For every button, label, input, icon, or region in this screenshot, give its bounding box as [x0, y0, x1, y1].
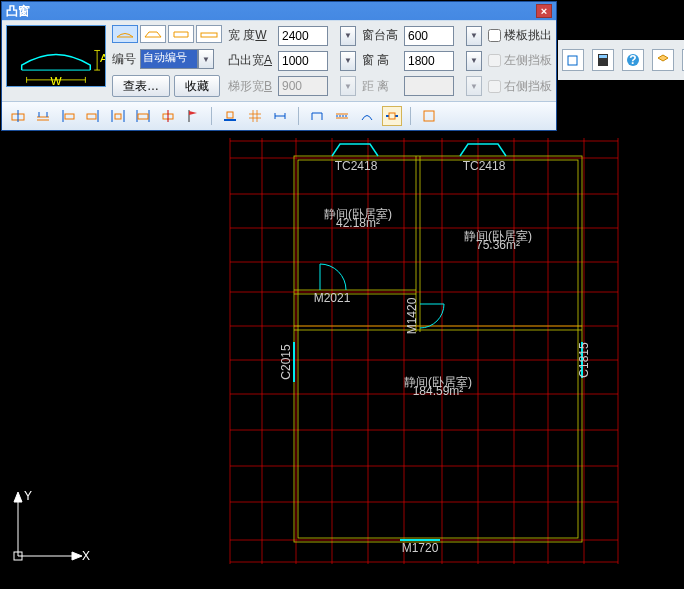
wall-center-icon[interactable] — [332, 106, 352, 126]
svg-text:42.18m²: 42.18m² — [336, 216, 380, 230]
prev-icon[interactable] — [419, 106, 439, 126]
shape-trapezoid-button[interactable] — [140, 25, 166, 43]
place-center-icon[interactable] — [108, 106, 128, 126]
dimension-icon[interactable] — [270, 106, 290, 126]
bulge-dropdown-icon[interactable]: ▼ — [340, 51, 356, 71]
svg-text:M2021: M2021 — [314, 291, 351, 305]
sill-input[interactable] — [404, 26, 454, 46]
tool-calc-icon[interactable] — [592, 49, 614, 71]
svg-text:M1420: M1420 — [405, 297, 419, 334]
wall-opening-icon[interactable] — [382, 106, 402, 126]
dist-dropdown-icon: ▼ — [466, 76, 482, 96]
svg-rect-17 — [87, 114, 96, 119]
svg-text:X: X — [82, 549, 90, 563]
svg-text:C1815: C1815 — [577, 342, 591, 378]
tool-help-icon[interactable]: ? — [622, 49, 644, 71]
flag-icon[interactable] — [183, 106, 203, 126]
svg-rect-38 — [424, 111, 434, 121]
app-toolbar: ? — [558, 40, 684, 80]
width-input[interactable] — [278, 26, 328, 46]
place-fill-icon[interactable] — [133, 106, 153, 126]
sill-dropdown-icon[interactable]: ▼ — [466, 26, 482, 46]
shape-rect-button[interactable] — [168, 25, 194, 43]
svg-rect-0 — [568, 56, 577, 65]
drawing-canvas[interactable]: TC2418 TC2418 静间(卧居室)42.18m² 静间(卧居室)75.3… — [0, 126, 684, 586]
wall-arc-icon[interactable] — [357, 106, 377, 126]
numbering-select[interactable]: 自动编号 — [140, 49, 198, 69]
svg-text:184.59m²: 184.59m² — [413, 384, 464, 398]
shape-arc-button[interactable] — [112, 25, 138, 43]
wall-outer-icon[interactable] — [307, 106, 327, 126]
width-dropdown-icon[interactable]: ▼ — [340, 26, 356, 46]
svg-rect-15 — [65, 114, 74, 119]
place-any-icon[interactable] — [158, 106, 178, 126]
placement-toolbar — [2, 101, 556, 130]
close-icon[interactable]: × — [536, 4, 552, 18]
winh-label: 窗 高 — [362, 52, 398, 69]
slab-checkbox[interactable]: 楼板挑出 — [488, 27, 552, 44]
svg-text:75.36m²: 75.36m² — [476, 238, 520, 252]
bulge-label: 凸出宽A — [228, 52, 272, 69]
place-left-icon[interactable] — [58, 106, 78, 126]
svg-rect-11 — [201, 33, 217, 37]
shape-preview: W A — [6, 25, 106, 87]
lookup-button[interactable]: 查表… — [112, 75, 170, 97]
svg-text:W: W — [50, 74, 62, 87]
tool-layers-icon[interactable] — [652, 49, 674, 71]
dist-label: 距 离 — [362, 78, 398, 95]
favorite-button[interactable]: 收藏 — [174, 75, 220, 97]
bay-window-dialog: 凸窗 × W A 编号 自动编 — [1, 1, 557, 131]
winh-input[interactable] — [404, 51, 454, 71]
baseline-bottom-icon[interactable] — [220, 106, 240, 126]
svg-text:M1720: M1720 — [402, 541, 439, 555]
shape-flat-button[interactable] — [196, 25, 222, 43]
svg-text:A: A — [100, 51, 105, 64]
svg-text:C2015: C2015 — [279, 344, 293, 380]
trap-input — [278, 76, 328, 96]
trap-label: 梯形宽B — [228, 78, 272, 95]
svg-rect-28 — [227, 112, 233, 118]
svg-rect-2 — [599, 55, 607, 58]
place-right-icon[interactable] — [83, 106, 103, 126]
dialog-title: 凸窗 — [6, 3, 30, 20]
baseline-grid-icon[interactable] — [245, 106, 265, 126]
dialog-titlebar[interactable]: 凸窗 × — [2, 2, 556, 20]
place-free-icon[interactable] — [8, 106, 28, 126]
bulge-input[interactable] — [278, 51, 328, 71]
svg-text:TC2418: TC2418 — [463, 159, 506, 173]
numbering-label: 编号 — [112, 51, 136, 68]
svg-rect-23 — [138, 114, 148, 119]
winh-dropdown-icon[interactable]: ▼ — [466, 51, 482, 71]
shape-selector — [112, 25, 222, 43]
svg-text:TC2418: TC2418 — [335, 159, 378, 173]
parameters-grid: 宽 度W ▼ 窗台高 ▼ 楼板挑出 凸出宽A ▼ 窗 高 ▼ 左侧挡板 梯形宽B… — [228, 25, 552, 97]
right-panel-checkbox: 右侧挡板 — [488, 78, 552, 95]
trap-dropdown-icon: ▼ — [340, 76, 356, 96]
svg-text:?: ? — [629, 53, 636, 67]
sill-label: 窗台高 — [362, 27, 398, 44]
svg-text:Y: Y — [24, 489, 32, 503]
left-panel-checkbox: 左侧挡板 — [488, 52, 552, 69]
place-along-icon[interactable] — [33, 106, 53, 126]
width-label: 宽 度W — [228, 27, 272, 44]
numbering-dropdown-icon[interactable]: ▼ — [198, 49, 214, 69]
svg-rect-37 — [389, 113, 395, 119]
svg-rect-20 — [115, 114, 121, 119]
tool-cube-icon[interactable] — [562, 49, 584, 71]
dist-input — [404, 76, 454, 96]
